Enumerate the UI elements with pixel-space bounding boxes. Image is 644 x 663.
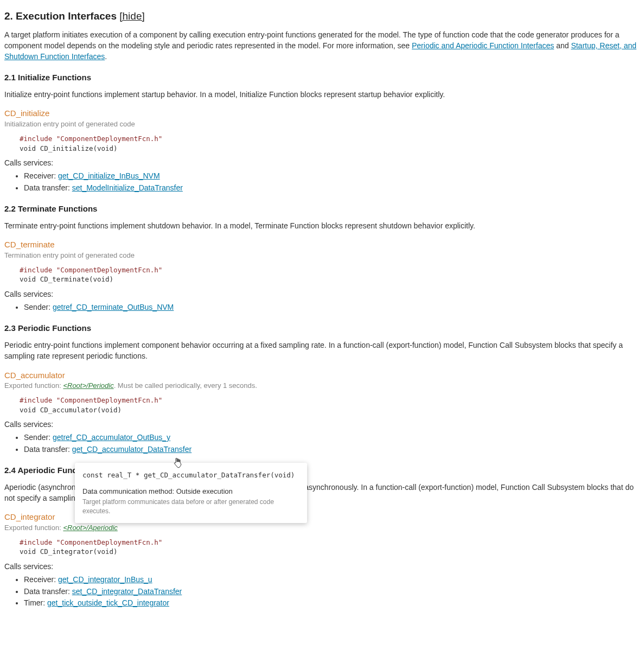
svc-label: Data transfer: xyxy=(24,445,72,454)
svc-label: Timer: xyxy=(24,598,47,607)
code-sig: void CD_integrator(void) xyxy=(20,547,118,556)
section-title: 2. Execution Interfaces [hide] xyxy=(4,9,640,24)
svc-label: Data transfer: xyxy=(24,183,72,192)
hover-tooltip: const real_T * get_CD_accumulator_DataTr… xyxy=(75,463,307,523)
calls-label-integrator: Calls services: xyxy=(4,561,640,572)
intro-text-b: and xyxy=(554,41,571,50)
subsection-2-2-title: 2.2 Terminate Functions xyxy=(4,203,640,215)
code-include: #include "ComponentDeploymentFcn.h" xyxy=(20,396,162,404)
list-item: Data transfer: set_CD_integrator_DataTra… xyxy=(24,586,640,597)
hide-toggle[interactable]: [hide] xyxy=(119,10,144,22)
svc-label: Receiver: xyxy=(24,171,58,180)
code-include: #include "ComponentDeploymentFcn.h" xyxy=(20,135,162,143)
list-item: Timer: get_tick_outside_tick_CD_integrat… xyxy=(24,597,640,608)
fn-cd-integrator-desc: Exported function: <Root>/Aperiodic xyxy=(4,523,640,533)
code-include: #include "ComponentDeploymentFcn.h" xyxy=(20,538,162,546)
code-cd-initialize: #include "ComponentDeploymentFcn.h" void… xyxy=(20,134,640,153)
svc-list-terminate: Sender: getref_CD_terminate_OutBus_NVM xyxy=(14,302,640,313)
fn-desc-link-root-aperiodic[interactable]: <Root>/Aperiodic xyxy=(63,524,117,532)
code-cd-accumulator: #include "ComponentDeploymentFcn.h" void… xyxy=(20,396,640,415)
svc-label: Sender: xyxy=(24,303,53,311)
svc-link-get-tick-outside-tick-cd-integrator[interactable]: get_tick_outside_tick_CD_integrator xyxy=(47,598,169,607)
subsection-2-1-desc: Initialize entry-point functions impleme… xyxy=(4,89,640,100)
fn-cd-initialize-desc: Initialization entry point of generated … xyxy=(4,119,640,130)
fn-cd-accumulator: CD_accumulator xyxy=(4,369,640,381)
subsection-2-3-desc: Periodic entry-point functions implement… xyxy=(4,340,640,362)
subsection-2-2-desc: Terminate entry-point functions implemen… xyxy=(4,220,640,231)
fn-desc-a: Exported function: xyxy=(4,524,63,532)
code-sig: void CD_accumulator(void) xyxy=(20,406,122,414)
code-cd-integrator: #include "ComponentDeploymentFcn.h" void… xyxy=(20,538,640,557)
svc-link-set-modelinitialize-datatransfer[interactable]: set_ModelInitialize_DataTransfer xyxy=(72,183,183,192)
code-include: #include "ComponentDeploymentFcn.h" xyxy=(20,266,162,274)
intro-link-periodic[interactable]: Periodic and Aperiodic Function Interfac… xyxy=(412,41,554,50)
tooltip-line1: Data communication method: Outside execu… xyxy=(82,487,299,497)
tooltip-signature: const real_T * get_CD_accumulator_DataTr… xyxy=(82,470,299,480)
svc-label: Data transfer: xyxy=(24,587,72,596)
svc-link-get-cd-integrator-inbus-u[interactable]: get_CD_integrator_InBus_u xyxy=(58,575,152,584)
svc-link-get-cd-accumulator-datatransfer[interactable]: get_CD_accumulator_DataTransfer xyxy=(72,445,192,454)
list-item: Data transfer: set_ModelInitialize_DataT… xyxy=(24,182,640,193)
section-intro: A target platform initiates execution of… xyxy=(4,29,640,62)
svc-list-accumulator: Sender: getref_CD_accumulator_OutBus_y D… xyxy=(14,432,640,455)
fn-cd-accumulator-desc: Exported function: <Root>/Periodic. Must… xyxy=(4,381,640,391)
svc-link-set-cd-integrator-datatransfer[interactable]: set_CD_integrator_DataTransfer xyxy=(72,587,182,596)
svc-list-initialize: Receiver: get_CD_initialize_InBus_NVM Da… xyxy=(14,170,640,193)
list-item: Receiver: get_CD_integrator_InBus_u xyxy=(24,574,640,585)
subsection-2-1-title: 2.1 Initialize Functions xyxy=(4,72,640,84)
list-item: Data transfer: get_CD_accumulator_DataTr… xyxy=(24,444,640,455)
subsection-2-3-title: 2.3 Periodic Functions xyxy=(4,322,640,334)
fn-desc-b: . Must be called periodically, every 1 s… xyxy=(114,381,257,390)
svc-label: Sender: xyxy=(24,433,53,442)
fn-cd-terminate: CD_terminate xyxy=(4,239,640,251)
calls-label-accumulator: Calls services: xyxy=(4,419,640,430)
svc-list-integrator: Receiver: get_CD_integrator_InBus_u Data… xyxy=(14,574,640,608)
tooltip-line2: Target platform communicates data before… xyxy=(82,498,299,517)
calls-label-terminate: Calls services: xyxy=(4,289,640,299)
list-item: Sender: getref_CD_accumulator_OutBus_y xyxy=(24,432,640,443)
code-sig: void CD_terminate(void) xyxy=(20,275,113,283)
fn-cd-initialize: CD_initialize xyxy=(4,107,640,119)
section-title-text: 2. Execution Interfaces xyxy=(4,10,117,22)
code-sig: void CD_initialize(void) xyxy=(20,144,118,152)
calls-label-initialize: Calls services: xyxy=(4,157,640,168)
svc-link-get-cd-initialize-inbus-nvm[interactable]: get_CD_initialize_InBus_NVM xyxy=(58,171,160,180)
svc-link-getref-cd-accumulator-outbus-y[interactable]: getref_CD_accumulator_OutBus_y xyxy=(53,433,170,442)
fn-cd-terminate-desc: Termination entry point of generated cod… xyxy=(4,251,640,261)
list-item: Receiver: get_CD_initialize_InBus_NVM xyxy=(24,170,640,181)
fn-desc-a: Exported function: xyxy=(4,381,63,390)
svc-link-getref-cd-terminate-outbus-nvm[interactable]: getref_CD_terminate_OutBus_NVM xyxy=(53,303,174,311)
fn-desc-link-root-periodic[interactable]: <Root>/Periodic xyxy=(63,381,113,390)
list-item: Sender: getref_CD_terminate_OutBus_NVM xyxy=(24,302,640,313)
code-cd-terminate: #include "ComponentDeploymentFcn.h" void… xyxy=(20,265,640,284)
svc-label: Receiver: xyxy=(24,575,58,584)
intro-text-c: . xyxy=(105,52,107,61)
